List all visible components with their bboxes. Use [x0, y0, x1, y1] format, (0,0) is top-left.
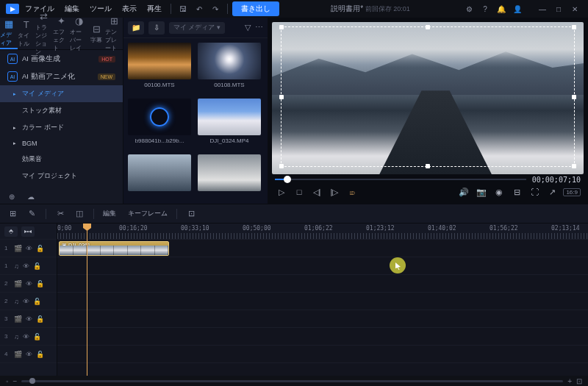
track-row[interactable]	[57, 346, 588, 363]
nav-効果音[interactable]: 効果音	[0, 151, 123, 168]
visibility-icon[interactable]: 👁	[26, 280, 32, 287]
redo-icon[interactable]: ↷	[208, 1, 223, 16]
save-icon[interactable]: 🖫	[176, 1, 190, 16]
lock-icon[interactable]: 🔓	[33, 262, 41, 270]
snapshot-icon[interactable]: 📷	[475, 185, 488, 199]
pen-tool-icon[interactable]: ✎	[24, 207, 40, 221]
lock-icon[interactable]: 🔓	[36, 315, 44, 323]
undo-icon[interactable]: ↶	[192, 1, 207, 16]
more-tools-icon[interactable]: ⊡	[183, 207, 199, 221]
filter-icon[interactable]: ▽	[245, 23, 251, 32]
track-header[interactable]: 2🎬👁🔓	[0, 275, 57, 293]
toggle-panel-icon[interactable]: ⊞	[4, 207, 21, 221]
lock-icon[interactable]: 🔓	[36, 280, 44, 287]
tab-トランジション[interactable]: ⇄トランジション	[35, 18, 53, 49]
stop-icon[interactable]: □	[293, 185, 306, 199]
tab-keyframe[interactable]: キーフレーム	[125, 207, 171, 220]
import-device-icon[interactable]: ⇩	[148, 21, 165, 35]
timeline-tracks[interactable]: 0;0000;16;2000;33;1000;50;0001;06;2201;2…	[57, 224, 588, 376]
track-header[interactable]: 3🎬👁🔓	[0, 310, 57, 328]
crop-icon[interactable]: ◫	[71, 207, 87, 221]
menu-tools[interactable]: ツール	[85, 2, 116, 15]
tab-エフェクト[interactable]: ✦エフェクト	[53, 18, 71, 49]
nav-マイ メディア[interactable]: ▸マイ メディア	[0, 85, 123, 102]
nav-BGM[interactable]: ▸BGM	[0, 136, 123, 151]
trim-icon[interactable]: ⎄	[345, 185, 359, 199]
menu-play[interactable]: 再生	[143, 2, 166, 15]
visibility-icon[interactable]: 👁	[26, 315, 32, 323]
media-thumb[interactable]	[198, 154, 263, 199]
media-thumb[interactable]	[128, 154, 193, 199]
tab-オーバーレイ[interactable]: ◑オーバーレイ	[70, 18, 87, 49]
zoom-all-icon[interactable]: ⊡	[576, 377, 582, 385]
fullscreen-icon[interactable]: ⛶	[528, 185, 541, 199]
zoom-slider[interactable]	[21, 380, 563, 382]
preview-scrubber[interactable]: 00;00;07;10	[272, 174, 584, 185]
track-header[interactable]: 1🎬👁🔓	[0, 240, 57, 257]
visibility-icon[interactable]: 👁	[23, 262, 29, 270]
lock-icon[interactable]: 🔓	[33, 298, 41, 305]
ai-video-anime[interactable]: AI AI 動画アニメ化 NEW	[0, 68, 123, 85]
export-button[interactable]: 書き出し	[232, 1, 279, 16]
visibility-icon[interactable]: 👁	[26, 351, 32, 358]
zoom-in-icon[interactable]: +	[567, 377, 572, 385]
nav-カラー ボード[interactable]: ▸カラー ボード	[0, 119, 123, 136]
prev-frame-icon[interactable]: ◁|	[310, 185, 323, 199]
media-thumb[interactable]: b988041b...b29b...	[128, 99, 193, 150]
settings-icon[interactable]: ⚙	[462, 1, 476, 16]
import-file-icon[interactable]: 📁	[128, 21, 144, 35]
account-icon[interactable]: 👤	[510, 1, 525, 16]
visibility-icon[interactable]: 👁	[23, 333, 29, 340]
visibility-icon[interactable]: 👁	[26, 245, 32, 252]
magnet-button[interactable]: ▸•◂	[21, 226, 35, 237]
zoom-fit-icon[interactable]: ◦	[6, 377, 9, 385]
snap-button[interactable]: ⬘	[4, 226, 18, 237]
track-header[interactable]: 2♫👁🔓	[0, 293, 57, 310]
next-frame-icon[interactable]: |▷	[328, 185, 341, 199]
track-header[interactable]: 1♫👁🔓	[0, 257, 57, 275]
menu-view[interactable]: 表示	[118, 2, 141, 15]
quality-icon[interactable]: ◉	[492, 185, 506, 199]
tab-メディア[interactable]: ▦メディア	[0, 18, 18, 49]
tab-テンプレート[interactable]: ⊞テンプレート	[105, 18, 123, 49]
track-header[interactable]: 3♫👁🔓	[0, 328, 57, 346]
track-row[interactable]	[57, 275, 588, 293]
tab-字幕[interactable]: ⊟字幕	[87, 18, 105, 49]
visibility-icon[interactable]: 👁	[23, 298, 29, 305]
time-ruler[interactable]: 0;0000;16;2000;33;1000;50;0001;06;2201;2…	[57, 224, 588, 240]
minimize-button[interactable]: —	[535, 1, 550, 16]
cut-icon[interactable]: ✂	[52, 207, 68, 221]
lock-icon[interactable]: 🔓	[33, 333, 41, 340]
aspect-badge[interactable]: 16:9	[563, 188, 581, 196]
cloud-icon[interactable]: ☁	[24, 189, 38, 204]
lock-icon[interactable]: 🔓	[36, 245, 44, 252]
video-clip[interactable]: ▣ DJI_0361	[59, 241, 169, 256]
track-header[interactable]: 4🎬👁🔓	[0, 346, 57, 363]
preview-canvas[interactable]	[272, 22, 584, 174]
close-button[interactable]: ✕	[567, 1, 582, 16]
add-folder-icon[interactable]: ⊕	[4, 189, 19, 204]
lock-icon[interactable]: 🔓	[36, 351, 44, 358]
track-row[interactable]: ▣ DJI_0361	[57, 240, 588, 257]
media-thumb[interactable]: 00100.MTS	[128, 43, 193, 94]
notify-icon[interactable]: 🔔	[494, 1, 509, 16]
help-icon[interactable]: ?	[478, 1, 492, 16]
track-row[interactable]	[57, 310, 588, 328]
menu-edit[interactable]: 編集	[60, 2, 84, 15]
popout-icon[interactable]: ↗	[545, 185, 559, 199]
track-row[interactable]	[57, 293, 588, 310]
compare-icon[interactable]: ⊟	[510, 185, 523, 199]
track-row[interactable]	[57, 257, 588, 275]
tab-タイトル[interactable]: Tタイトル	[18, 18, 35, 49]
nav-マイ プロジェクト[interactable]: マイ プロジェクト	[0, 168, 123, 185]
more-icon[interactable]: ⋯	[255, 23, 263, 32]
tab-edit[interactable]: 編集	[100, 207, 119, 220]
media-thumb[interactable]: 00108.MTS	[198, 43, 263, 94]
track-row[interactable]	[57, 328, 588, 346]
maximize-button[interactable]: □	[551, 1, 566, 16]
media-thumb[interactable]: DJI_0324.MP4	[198, 99, 263, 150]
ai-image-gen[interactable]: AI AI 画像生成 HOT	[0, 50, 123, 68]
volume-icon[interactable]: 🔊	[457, 185, 470, 199]
play-icon[interactable]: ▷	[275, 185, 288, 199]
nav-ストック素材[interactable]: ストック素材	[0, 102, 123, 119]
